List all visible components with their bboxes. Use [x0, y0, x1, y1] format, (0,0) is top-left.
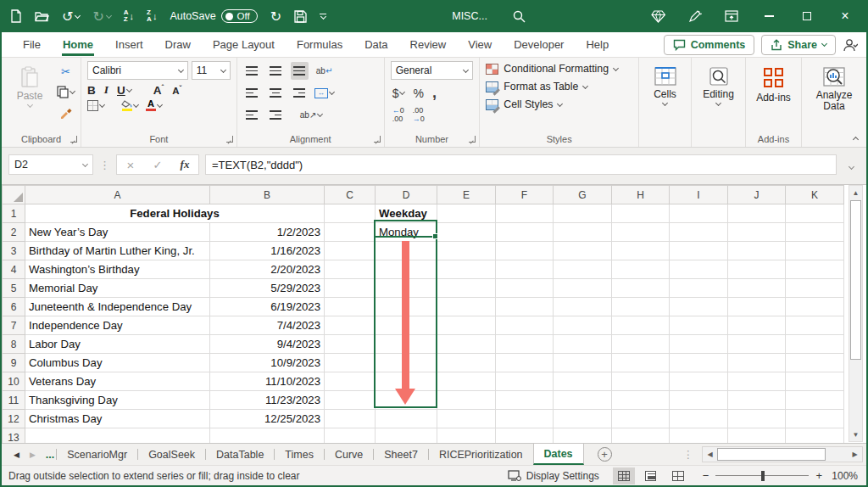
cell-G9[interactable]: [554, 354, 612, 372]
enter-button[interactable]: ✓: [144, 159, 171, 171]
cell-C5[interactable]: [325, 279, 376, 298]
row-header-1[interactable]: 1: [3, 204, 25, 223]
ribbon-tab[interactable]: Formulas: [286, 34, 353, 56]
cell-A3[interactable]: Birthday of Martin Luther King, Jr.: [25, 242, 210, 260]
font-name-select[interactable]: Calibri: [87, 61, 188, 80]
cell-H1[interactable]: [612, 204, 670, 223]
format-as-table-button[interactable]: Format as Table: [486, 81, 618, 92]
cell-A13[interactable]: [25, 428, 210, 444]
cell-F10[interactable]: [496, 372, 554, 391]
cell-D8[interactable]: [376, 335, 437, 354]
cell-I6[interactable]: [670, 298, 728, 316]
sheet-tab-Dates[interactable]: Dates: [533, 444, 584, 465]
page-break-view-button[interactable]: [667, 467, 689, 484]
increase-decimal-button[interactable]: ←0.00: [392, 106, 404, 123]
insert-function-button[interactable]: fx: [171, 158, 198, 171]
cell-C4[interactable]: [325, 260, 376, 279]
cell-E2[interactable]: [437, 223, 496, 242]
row-header-6[interactable]: 6: [3, 298, 25, 316]
italic-button[interactable]: I: [104, 83, 108, 97]
cell-F12[interactable]: [496, 410, 554, 428]
ribbon-tab[interactable]: Insert: [104, 34, 154, 56]
cell-B10[interactable]: 11/10/2023: [210, 372, 325, 391]
maximize-button[interactable]: [799, 8, 815, 24]
middle-align-button[interactable]: [267, 62, 285, 80]
ribbon-tab[interactable]: Data: [353, 34, 398, 56]
cell-B8[interactable]: 9/4/2023: [210, 335, 325, 354]
cell-E4[interactable]: [437, 260, 496, 279]
cell-I13[interactable]: [670, 428, 728, 444]
cell-I10[interactable]: [670, 372, 728, 391]
sheet-tab-Sheet7[interactable]: Sheet7: [374, 444, 428, 465]
cell-G3[interactable]: [554, 242, 612, 260]
conditional-formatting-button[interactable]: Conditional Formatting: [486, 63, 618, 75]
horizontal-scrollbar[interactable]: ◀ ▶: [702, 446, 863, 462]
cell-H13[interactable]: [612, 428, 670, 444]
search-icon[interactable]: [513, 10, 526, 23]
paste-button[interactable]: Paste: [8, 61, 52, 131]
row-header-2[interactable]: 2: [3, 223, 25, 242]
more-sheets-indicator[interactable]: ...: [46, 444, 56, 465]
cell-J11[interactable]: [728, 391, 786, 410]
cut-button[interactable]: ✂: [57, 63, 75, 81]
sheet-tab-GoalSeek[interactable]: GoalSeek: [138, 444, 205, 465]
orientation-button[interactable]: ab↗: [300, 110, 323, 120]
cell-I2[interactable]: [670, 223, 728, 242]
cell-G13[interactable]: [554, 428, 612, 444]
top-align-button[interactable]: [243, 62, 261, 80]
cell-K10[interactable]: [786, 372, 844, 391]
cell-E12[interactable]: [437, 410, 496, 428]
column-header-E[interactable]: E: [437, 186, 496, 204]
number-dialog-launcher-icon[interactable]: [469, 136, 476, 143]
name-box[interactable]: D2: [8, 154, 93, 175]
cell-B5[interactable]: 5/29/2023: [210, 279, 325, 298]
cell-E1[interactable]: [437, 204, 496, 223]
cell-B13[interactable]: [210, 428, 325, 444]
cell-I3[interactable]: [670, 242, 728, 260]
ribbon-tab[interactable]: Developer: [503, 34, 575, 56]
cell-J7[interactable]: [728, 316, 786, 335]
cell-H10[interactable]: [612, 372, 670, 391]
cell-B6[interactable]: 6/19/2023: [210, 298, 325, 316]
cell-H2[interactable]: [612, 223, 670, 242]
font-dialog-launcher-icon[interactable]: [226, 136, 233, 143]
cell-C10[interactable]: [325, 372, 376, 391]
cell-F7[interactable]: [496, 316, 554, 335]
copy-button[interactable]: [57, 86, 75, 98]
draw-pen-icon[interactable]: [688, 9, 702, 23]
cell-H12[interactable]: [612, 410, 670, 428]
cell-C7[interactable]: [325, 316, 376, 335]
fill-color-button[interactable]: [121, 100, 138, 111]
select-all-corner[interactable]: [3, 186, 25, 204]
cell-A1[interactable]: Federal Holidays: [25, 204, 325, 223]
normal-view-button[interactable]: [613, 467, 635, 484]
column-header-C[interactable]: C: [325, 186, 376, 204]
cell-I7[interactable]: [670, 316, 728, 335]
comments-button[interactable]: Comments: [664, 35, 755, 55]
minimize-button[interactable]: [761, 8, 776, 24]
borders-button[interactable]: [87, 100, 104, 111]
cell-J2[interactable]: [728, 223, 786, 242]
cell-H8[interactable]: [612, 335, 670, 354]
cell-E13[interactable]: [437, 428, 496, 444]
cell-E10[interactable]: [437, 372, 496, 391]
row-header-7[interactable]: 7: [3, 316, 25, 335]
sort-descending-button[interactable]: ZA↓: [147, 9, 157, 23]
bold-button[interactable]: B: [87, 84, 96, 97]
cell-B3[interactable]: 1/16/2023: [210, 242, 325, 260]
cell-J13[interactable]: [728, 428, 786, 444]
cell-H9[interactable]: [612, 354, 670, 372]
cell-E8[interactable]: [437, 335, 496, 354]
cell-I12[interactable]: [670, 410, 728, 428]
cell-F8[interactable]: [496, 335, 554, 354]
column-header-G[interactable]: G: [554, 186, 612, 204]
underline-button[interactable]: U: [117, 84, 131, 97]
cell-H3[interactable]: [612, 242, 670, 260]
cell-G5[interactable]: [554, 279, 612, 298]
column-header-F[interactable]: F: [496, 186, 554, 204]
cell-I1[interactable]: [670, 204, 728, 223]
cell-J12[interactable]: [728, 410, 786, 428]
scroll-right-icon[interactable]: ▶: [848, 451, 862, 458]
cell-F9[interactable]: [496, 354, 554, 372]
autosave-toggle[interactable]: Off: [221, 9, 258, 23]
